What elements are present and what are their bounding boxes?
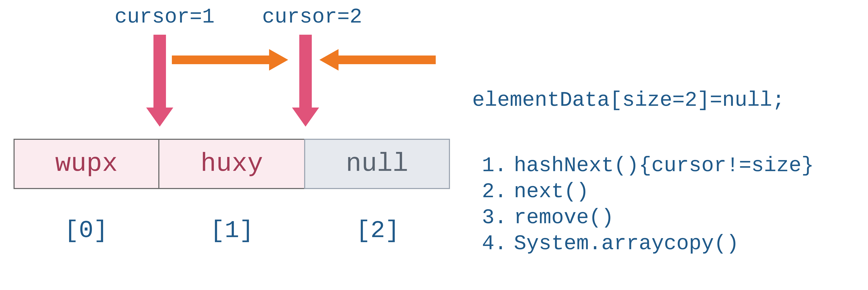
cell-2: null [304,139,450,189]
step-4-text: System.arraycopy() [514,231,739,257]
diagram-canvas: cursor=1 cursor=2 wupx huxy null [0] [1]… [0,0,868,290]
cell-2-value: null [346,149,408,179]
cell-1-value: huxy [200,149,263,179]
cursor-2-label: cursor=2 [262,5,362,29]
cell-0-value: wupx [55,149,118,179]
orange-arrow-right-head [269,49,288,71]
orange-arrow-right-shaft [172,56,269,64]
orange-arrow-left-shaft [339,56,436,64]
step-2-num: 2. [472,179,514,205]
orange-arrow-left-head [319,49,339,71]
index-1: [1] [210,217,254,245]
step-4-num: 4. [472,231,514,257]
index-2: [2] [356,217,400,245]
step-3-text: remove() [514,205,614,231]
step-3: 3. remove() [472,205,814,231]
step-2: 2. next() [472,179,814,205]
step-2-text: next() [514,179,589,205]
step-1-num: 1. [472,153,514,179]
cell-1: huxy [159,139,305,189]
step-4: 4. System.arraycopy() [472,231,814,257]
element-data-stmt: elementData[size=2]=null; [472,89,785,112]
cell-0: wupx [13,139,159,189]
step-1-text: hashNext(){cursor!=size} [514,153,814,179]
step-3-num: 3. [472,205,514,231]
array-cells: wupx huxy null [13,139,450,189]
index-0: [0] [64,217,108,245]
step-1: 1. hashNext(){cursor!=size} [472,153,814,179]
cursor-1-label: cursor=1 [115,5,215,29]
steps-list: 1. hashNext(){cursor!=size} 2. next() 3.… [472,153,814,257]
